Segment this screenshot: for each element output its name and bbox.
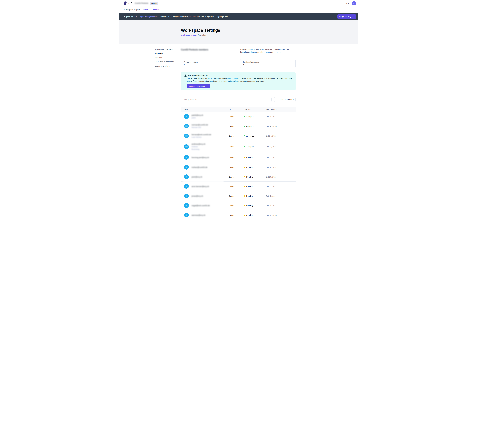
- member-role: Owner: [229, 145, 244, 148]
- members-section-heading: Cure53 Pentests members: [181, 48, 208, 51]
- sidebar-item-members[interactable]: Members: [155, 52, 181, 55]
- status-dot-pending: [244, 215, 245, 216]
- member-name-link[interactable]: Norman C53: [191, 126, 208, 128]
- status-dot-pending: [244, 205, 245, 206]
- kebab-menu-icon[interactable]: ⋮: [290, 194, 293, 197]
- user-avatar[interactable]: AB: [352, 1, 356, 5]
- status-dot-pending: [244, 167, 245, 168]
- member-date-added: Oct 15, 2024: [266, 176, 288, 178]
- breadcrumb: Workspace settings / Members: [181, 34, 358, 36]
- kebab-menu-icon[interactable]: ⋮: [290, 115, 293, 118]
- kebab-menu-icon[interactable]: ⋮: [290, 185, 293, 188]
- sidebar-item-usage-billing[interactable]: Usage and billing: [155, 65, 181, 67]
- table-row: LH herrara@exit.cure53.de Luan Herrera O…: [181, 131, 296, 141]
- status-dot-accepted: [244, 135, 245, 136]
- breadcrumb-workspace-settings-link[interactable]: Workspace settings: [181, 34, 197, 36]
- member-name-link[interactable]: Andreas: [191, 145, 205, 148]
- kebab-menu-icon[interactable]: ⋮: [290, 204, 293, 207]
- breadcrumb-separator: /: [128, 2, 129, 4]
- manage-subscription-button[interactable]: Manage subscription ↗: [187, 84, 210, 88]
- member-date-added: Oct 14, 2024: [266, 145, 288, 148]
- workspace-name[interactable]: Cure53 Pentests: [135, 2, 148, 4]
- tab-workspace-settings[interactable]: Workspace settings: [142, 6, 160, 13]
- status-dot-accepted: [244, 116, 245, 117]
- stat-label: Project members: [184, 61, 234, 63]
- member-date-added: Oct 15, 2024: [266, 185, 288, 188]
- member-email: mohan@cure53.de: [191, 166, 208, 168]
- member-role: Owner: [229, 214, 244, 216]
- member-name-link[interactable]: Luan Herrera: [191, 136, 211, 138]
- chevron-down-icon[interactable]: [160, 3, 162, 4]
- alert-title: Your Team is Growing!: [187, 74, 292, 76]
- member-email: arne.loenser@ecy.sh: [191, 185, 209, 188]
- members-panel: Cure53 Pentests members Invite members t…: [181, 48, 296, 220]
- kebab-menu-icon[interactable]: ⋮: [290, 156, 293, 159]
- filter-input[interactable]: [181, 97, 272, 102]
- member-role: Owner: [229, 135, 244, 137]
- team-growing-alert: Your Team is Growing! You're currently u…: [181, 72, 296, 91]
- status-dot-pending: [244, 186, 245, 187]
- member-date-added: Oct 14, 2024: [266, 125, 288, 127]
- usage-billing-button[interactable]: Usage & Billing →: [337, 14, 356, 19]
- stat-card-project-members: Project members 3: [181, 59, 236, 68]
- member-email: herrara@exit.cure53.de: [191, 133, 211, 136]
- top-navbar: / Cure53 Pentests Growth Help AB: [119, 0, 358, 6]
- kebab-menu-icon[interactable]: ⋮: [290, 125, 293, 127]
- folder-icon: [131, 2, 133, 4]
- status-dot-accepted: [244, 146, 245, 147]
- member-role: Owner: [229, 125, 244, 127]
- member-status: Accepted: [246, 125, 254, 127]
- member-date-added: Oct 15, 2024: [266, 195, 288, 197]
- members-description: Invite members to your workspace and eff…: [240, 48, 296, 54]
- sidebar-item-api-keys[interactable]: API keys: [155, 56, 181, 59]
- kebab-menu-icon[interactable]: ⋮: [290, 214, 293, 216]
- member-status: Pending: [246, 185, 253, 188]
- member-name-link[interactable]: Bucksteeg: [191, 148, 205, 150]
- settings-sidebar: Workspace overview Members API keys Plan…: [155, 48, 181, 220]
- sidebar-item-plans-subscription[interactable]: Plans and subscription: [155, 61, 181, 63]
- kebab-menu-icon[interactable]: ⋮: [290, 166, 293, 169]
- member-status: Pending: [246, 195, 253, 197]
- column-header-status: STATUS: [244, 108, 266, 110]
- invite-members-button[interactable]: Invite member(s): [274, 97, 296, 102]
- kebab-menu-icon[interactable]: ⋮: [290, 134, 293, 137]
- arrow-up-right-icon: ↗: [206, 85, 208, 87]
- member-role: Owner: [229, 205, 244, 207]
- tab-workspace-projects[interactable]: Workspace projects: [123, 6, 141, 13]
- status-dot-pending: [244, 176, 245, 177]
- table-header: NAME ROLE STATUS DATE ADDED: [181, 107, 296, 112]
- status-dot-accepted: [244, 126, 245, 127]
- sidebar-item-workspace-overview[interactable]: Workspace overview: [155, 48, 181, 51]
- status-dot-pending: [244, 195, 245, 197]
- column-header-role: ROLE: [229, 108, 244, 110]
- member-status: Pending: [246, 205, 253, 207]
- breadcrumb-separator: /: [198, 34, 198, 36]
- member-status: Pending: [246, 176, 253, 178]
- member-status: Pending: [246, 166, 253, 168]
- page-title: Workspace settings: [181, 28, 358, 33]
- column-header-date-added: DATE ADDED: [266, 108, 288, 110]
- stat-label: Total seats included: [243, 61, 293, 63]
- table-row: H henning.pert@ecy.sh Owner Pending Oct …: [181, 152, 296, 163]
- member-email: nagat@exit.cure53.de: [191, 205, 210, 207]
- member-avatar: P: [184, 174, 189, 179]
- member-date-added: Oct 14, 2024: [266, 205, 288, 207]
- member-role: Owner: [229, 195, 244, 197]
- status-dot-pending: [244, 157, 245, 158]
- member-avatar: NO: [184, 124, 189, 128]
- member-role: Owner: [229, 185, 244, 188]
- table-row: A aaronas@ecy.sh Owner Pending Oct 15, 2…: [181, 210, 296, 220]
- app-logo-icon[interactable]: [124, 1, 127, 5]
- member-avatar: H: [184, 155, 189, 160]
- workspace-tabs: Workspace projects Workspace settings: [119, 6, 358, 13]
- member-date-added: Oct 14, 2024: [266, 115, 288, 118]
- table-row: P piotr@ecy.sh Owner Pending Oct 15, 202…: [181, 172, 296, 182]
- member-email: henning.pert@ecy.sh: [191, 156, 209, 158]
- help-link[interactable]: Help: [346, 2, 349, 4]
- member-date-added: Oct 15, 2024: [266, 156, 288, 158]
- usage-billing-overview-link[interactable]: Usage & Billing Overview: [138, 16, 158, 18]
- member-name-link[interactable]: patrik: [191, 117, 203, 119]
- kebab-menu-icon[interactable]: ⋮: [290, 176, 293, 178]
- content-area: Workspace overview Members API keys Plan…: [119, 44, 358, 220]
- page-header: Workspace settings Workspace settings / …: [119, 20, 358, 44]
